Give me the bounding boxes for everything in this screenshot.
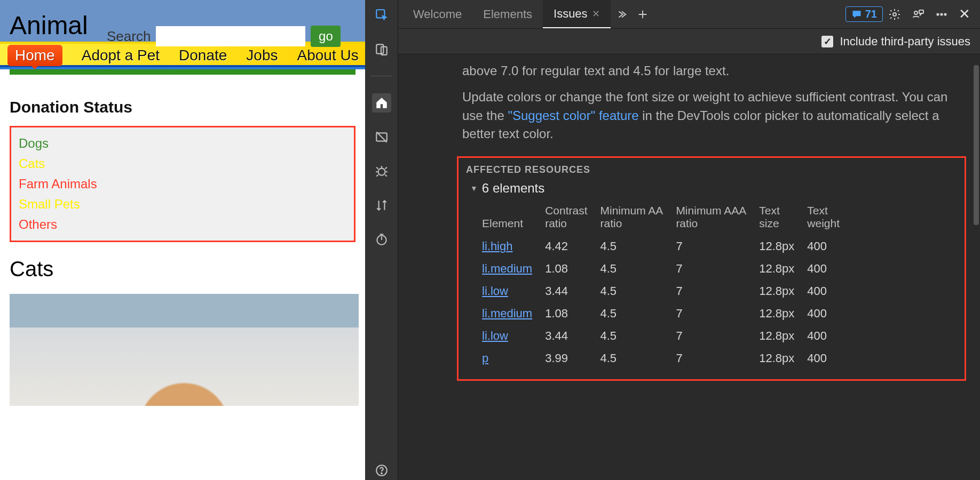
- activity-divider: [371, 76, 392, 76]
- more-menu-icon[interactable]: [930, 0, 953, 28]
- inspect-icon[interactable]: [372, 5, 391, 25]
- nav-about[interactable]: About Us: [297, 47, 359, 64]
- tabs: Welcome Elements Issues ✕: [402, 0, 611, 28]
- table-row: li.medium1.084.5712.8px400: [482, 258, 852, 280]
- cell-aa: 4.5: [600, 325, 676, 347]
- search-input[interactable]: [156, 26, 305, 46]
- devtools: Welcome Elements Issues ✕ 71 ✕ ✓ Include: [365, 0, 980, 480]
- tab-strip: Welcome Elements Issues ✕ 71 ✕: [398, 0, 980, 29]
- element-link[interactable]: li.medium: [482, 307, 532, 320]
- help-icon[interactable]: [372, 461, 391, 480]
- include-third-party-checkbox[interactable]: ✓: [821, 36, 833, 47]
- svg-rect-10: [919, 10, 923, 13]
- scrollbar-thumb[interactable]: [974, 65, 979, 225]
- cell-size: 12.8px: [759, 302, 807, 325]
- send-feedback-icon[interactable]: [906, 0, 930, 28]
- feedback-badge[interactable]: 71: [845, 6, 883, 22]
- element-link[interactable]: li.medium: [482, 262, 532, 275]
- cell-aa: 4.5: [600, 347, 676, 370]
- affected-table: Element Contrastratio Minimum AAratio Mi…: [482, 201, 852, 370]
- element-link[interactable]: li.high: [482, 239, 512, 253]
- col-weight: Textweight: [807, 201, 852, 235]
- svg-point-9: [914, 11, 918, 14]
- site-title: Animal: [10, 11, 88, 40]
- cell-contrast: 1.08: [545, 258, 600, 280]
- issues-toolbar: ✓ Include third-party issues: [398, 29, 980, 54]
- tab-issues-label: Issues: [554, 7, 588, 21]
- table-row: p3.994.5712.8px400: [482, 347, 852, 370]
- cell-size: 12.8px: [759, 280, 807, 302]
- nav-donate[interactable]: Donate: [179, 47, 227, 64]
- table-row: li.high4.424.5712.8px400: [482, 235, 852, 258]
- cell-aaa: 7: [676, 347, 759, 370]
- bug-icon[interactable]: [372, 162, 391, 181]
- donation-status-heading: Donation Status: [10, 98, 355, 116]
- cell-size: 12.8px: [759, 235, 807, 258]
- cell-aa: 4.5: [600, 302, 676, 325]
- element-link[interactable]: li.low: [482, 284, 508, 298]
- demo-site: Animal Search go Home Adopt a Pet Donate…: [0, 0, 365, 480]
- settings-icon[interactable]: [883, 0, 906, 28]
- nav-adopt[interactable]: Adopt a Pet: [82, 47, 160, 64]
- issue-desc-line1: above 7.0 for regular text and 4.5 for l…: [398, 54, 980, 81]
- more-tabs-icon[interactable]: [611, 0, 632, 28]
- tab-welcome-label: Welcome: [413, 7, 462, 21]
- col-aa: Minimum AAratio: [600, 201, 676, 235]
- image-off-icon[interactable]: [372, 127, 391, 147]
- search-go-button[interactable]: go: [311, 26, 341, 47]
- cell-aa: 4.5: [600, 280, 676, 302]
- feature-link[interactable]: feature: [599, 108, 639, 123]
- close-icon[interactable]: ✕: [592, 8, 600, 20]
- search-group: Search go: [107, 26, 341, 47]
- donation-row-cats: Cats: [19, 156, 346, 171]
- activity-bar: [365, 0, 398, 480]
- element-link[interactable]: p: [482, 351, 488, 365]
- cat-hero-image: [10, 294, 359, 406]
- cell-aa: 4.5: [600, 258, 676, 280]
- site-header: Animal Search go: [0, 0, 365, 42]
- element-link[interactable]: li.low: [482, 329, 508, 342]
- suggest-color-link[interactable]: "Suggest color": [508, 108, 595, 123]
- devtools-main: Welcome Elements Issues ✕ 71 ✕ ✓ Include: [398, 0, 980, 480]
- cell-weight: 400: [807, 235, 852, 258]
- issue-desc-line2: Update colors or change the font size or…: [398, 81, 980, 143]
- cell-aaa: 7: [676, 302, 759, 325]
- cell-aaa: 7: [676, 235, 759, 258]
- nav-home[interactable]: Home: [7, 45, 62, 66]
- device-icon[interactable]: [372, 39, 391, 59]
- svg-point-13: [944, 13, 946, 15]
- cell-weight: 400: [807, 302, 852, 325]
- feedback-count: 71: [865, 8, 877, 20]
- cell-weight: 400: [807, 280, 852, 302]
- cell-size: 12.8px: [759, 325, 807, 347]
- affected-count-toggle[interactable]: ▼ 6 elements: [470, 181, 959, 196]
- cell-contrast: 1.08: [545, 302, 600, 325]
- issues-body[interactable]: above 7.0 for regular text and 4.5 for l…: [398, 54, 980, 480]
- cell-element: li.low: [482, 325, 545, 347]
- cell-aaa: 7: [676, 258, 759, 280]
- devtools-close-icon[interactable]: ✕: [953, 6, 976, 22]
- tab-elements[interactable]: Elements: [472, 0, 543, 28]
- donation-row-dogs: Dogs: [19, 136, 346, 151]
- cell-contrast: 4.42: [545, 235, 600, 258]
- table-row: li.low3.444.5712.8px400: [482, 325, 852, 347]
- network-icon[interactable]: [372, 196, 391, 215]
- tab-welcome[interactable]: Welcome: [402, 0, 472, 28]
- col-aaa: Minimum AAAratio: [676, 201, 759, 235]
- cell-size: 12.8px: [759, 258, 807, 280]
- cell-aaa: 7: [676, 325, 759, 347]
- donation-status-box: Dogs Cats Farm Animals Small Pets Others: [10, 126, 355, 242]
- tab-elements-label: Elements: [483, 7, 532, 21]
- affected-resources-box: AFFECTED RESOURCES ▼ 6 elements Element …: [457, 156, 966, 381]
- cell-element: li.high: [482, 235, 545, 258]
- affected-resources-title: AFFECTED RESOURCES: [466, 164, 959, 175]
- chevron-down-icon: ▼: [470, 184, 478, 193]
- performance-icon[interactable]: [372, 230, 391, 249]
- home-icon[interactable]: [372, 93, 391, 113]
- nav-jobs[interactable]: Jobs: [246, 47, 278, 64]
- tab-issues[interactable]: Issues ✕: [543, 0, 611, 28]
- col-contrast: Contrastratio: [545, 201, 600, 235]
- cell-weight: 400: [807, 258, 852, 280]
- cats-heading: Cats: [10, 257, 355, 281]
- add-tab-icon[interactable]: [632, 0, 653, 28]
